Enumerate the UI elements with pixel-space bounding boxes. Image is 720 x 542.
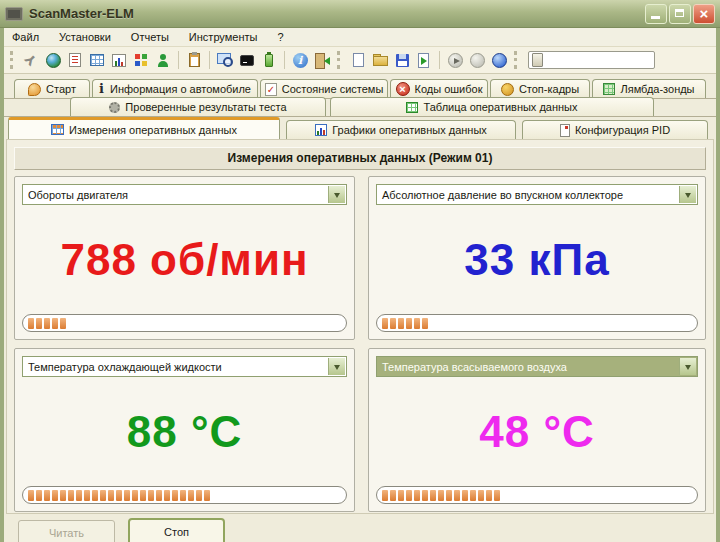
terminal-button[interactable] <box>236 49 258 71</box>
connect-icon <box>23 52 39 68</box>
open-file-button[interactable] <box>369 49 391 71</box>
measurement-panel-iat: Температура всасываемого воздуха 48 °C <box>368 348 706 512</box>
menu-reports[interactable]: Отчеты <box>131 31 169 43</box>
report-button[interactable] <box>64 49 86 71</box>
tab-label: Лямбда-зонды <box>620 83 694 95</box>
tab-error-codes[interactable]: Коды ошибок <box>390 79 488 98</box>
chevron-down-icon <box>685 365 691 373</box>
dropdown-button[interactable] <box>328 186 345 203</box>
menu-tools[interactable]: Инструменты <box>189 31 258 43</box>
tab-label: Старт <box>46 83 76 95</box>
info-icon <box>293 53 308 68</box>
exit-button[interactable] <box>311 49 333 71</box>
live-data-measure-icon <box>51 124 64 135</box>
dropdown-button[interactable] <box>679 186 696 203</box>
stop-reading-button[interactable]: Стоп <box>128 518 225 542</box>
open-folder-icon <box>373 54 388 66</box>
toolbar-gripper[interactable] <box>337 51 343 69</box>
title-bar: ScanMaster-ELM <box>0 0 720 28</box>
data-table-button[interactable] <box>86 49 108 71</box>
tab-lambda-sensors[interactable]: Лямбда-зонды <box>592 79 706 98</box>
tab-start[interactable]: Старт <box>14 79 90 98</box>
dropdown-button[interactable] <box>328 358 345 375</box>
terminal-icon <box>240 55 254 66</box>
maximize-button[interactable] <box>669 4 691 24</box>
new-file-button[interactable] <box>347 49 369 71</box>
tab-label: Конфигурация PID <box>575 124 670 136</box>
chart-icon <box>112 54 126 67</box>
save-button[interactable] <box>391 49 413 71</box>
tab-live-data-measurements[interactable]: Измерения оперативных данных <box>8 117 280 139</box>
new-file-icon <box>353 53 364 67</box>
measurement-panel-coolant: Температура охлаждающей жидкости 88 °C <box>14 348 355 512</box>
pid-select-rpm[interactable]: Обороты двигателя <box>22 184 347 205</box>
tab-label: Коды ошибок <box>415 83 483 95</box>
progress-bar-iat <box>376 486 698 504</box>
pid-select-iat[interactable]: Температура всасываемого воздуха <box>376 356 698 377</box>
progress-bar-coolant <box>22 486 347 504</box>
chevron-down-icon <box>334 365 340 373</box>
menu-settings[interactable]: Установки <box>59 31 111 43</box>
menu-file[interactable]: Файл <box>12 31 39 43</box>
screen-search-icon <box>217 53 233 67</box>
pid-select-value: Температура всасываемого воздуха <box>382 361 567 373</box>
play-button[interactable] <box>444 49 466 71</box>
record-button[interactable] <box>488 49 510 71</box>
tab-label: Стоп-кадры <box>519 83 579 95</box>
windows-button[interactable] <box>130 49 152 71</box>
globe-button[interactable] <box>42 49 64 71</box>
tab-label: Состояние системы <box>282 83 384 95</box>
start-icon <box>28 83 41 96</box>
tab-label: Информация о автомобиле <box>110 83 251 95</box>
info-button[interactable] <box>289 49 311 71</box>
window-title: ScanMaster-ELM <box>29 6 645 21</box>
toolbar-gripper[interactable] <box>514 51 520 69</box>
system-status-icon <box>265 83 277 96</box>
tab-freeze-frames[interactable]: Стоп-кадры <box>490 79 590 98</box>
tab-label: Графики оперативных данных <box>332 124 487 136</box>
stop-icon <box>470 53 485 68</box>
tab-pid-config[interactable]: Конфигурация PID <box>522 120 708 139</box>
tab-label: Проверенные результаты теста <box>125 101 286 113</box>
read-button[interactable]: Читать <box>18 520 115 542</box>
chart-button[interactable] <box>108 49 130 71</box>
clipboard-button[interactable] <box>183 49 205 71</box>
progress-bar-rpm <box>22 314 347 332</box>
minimize-button[interactable] <box>645 4 667 24</box>
stop-button[interactable] <box>466 49 488 71</box>
pid-select-map[interactable]: Абсолютное давление во впускном коллекто… <box>376 184 698 205</box>
live-data-table-icon <box>406 102 418 113</box>
toolbar <box>4 47 716 74</box>
measurement-panel-map: Абсолютное давление во впускном коллекто… <box>368 176 706 340</box>
menu-help[interactable]: ? <box>277 31 283 43</box>
dropdown-button[interactable] <box>679 358 696 375</box>
play-icon <box>448 53 463 68</box>
tab-live-data-graphs[interactable]: Графики оперативных данных <box>286 120 516 139</box>
tab-vehicle-info[interactable]: Информация о автомобиле <box>92 79 258 98</box>
export-button[interactable] <box>413 49 435 71</box>
error-codes-icon <box>396 82 410 96</box>
data-table-icon <box>90 54 104 66</box>
freeze-frame-icon <box>501 83 514 96</box>
pid-select-value: Температура охлаждающей жидкости <box>28 361 222 373</box>
pid-select-value: Абсолютное давление во впускном коллекто… <box>382 189 623 201</box>
tab-label: Измерения оперативных данных <box>69 124 237 136</box>
app-chip-icon <box>5 7 23 21</box>
client-area: Файл Установки Отчеты Инструменты ? <box>4 28 716 542</box>
chevron-down-icon <box>685 193 691 201</box>
screen-search-button[interactable] <box>214 49 236 71</box>
user-button[interactable] <box>152 49 174 71</box>
tab-test-results[interactable]: Проверенные результаты теста <box>70 97 326 116</box>
toolbar-separator <box>284 51 285 69</box>
slider-thumb[interactable] <box>532 53 543 67</box>
close-button[interactable] <box>693 4 715 24</box>
pid-select-coolant[interactable]: Температура охлаждающей жидкости <box>22 356 347 377</box>
tab-live-data-table[interactable]: Таблица оперативных данных <box>330 97 654 116</box>
toolbar-gripper[interactable] <box>10 51 16 69</box>
tab-system-status[interactable]: Состояние системы <box>260 79 388 98</box>
battery-button[interactable] <box>258 49 280 71</box>
tab-row-secondary: Проверенные результаты теста Таблица опе… <box>4 99 716 117</box>
test-results-icon <box>109 102 120 113</box>
connect-button[interactable] <box>20 49 42 71</box>
toolbar-slider[interactable] <box>528 51 655 69</box>
